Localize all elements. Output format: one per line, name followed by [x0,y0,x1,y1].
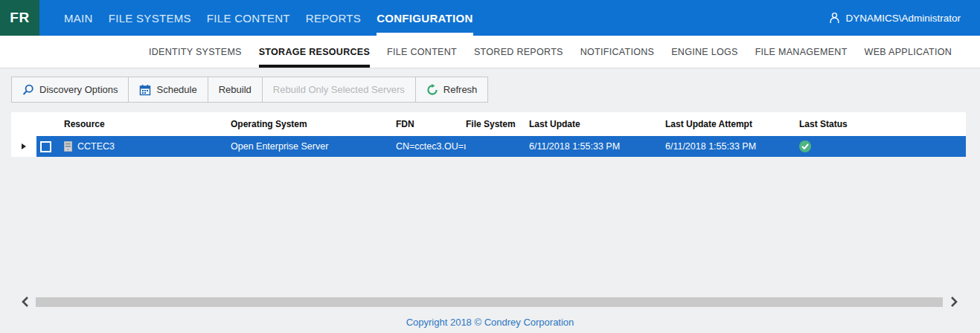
configuration-subnav: IDENTITY SYSTEMS STORAGE RESOURCES FILE … [0,36,980,68]
row-selected-area[interactable]: CCTEC3 Open Enterprise Server CN=cctec3.… [36,136,966,157]
subnav-stored-reports[interactable]: STORED REPORTS [474,36,563,68]
row-last-update-attempt-cell: 6/11/2018 1:55:33 PM [665,141,799,152]
app-window: FR MAIN FILE SYSTEMS FILE CONTENT REPORT… [0,0,980,333]
app-logo: FR [0,0,39,36]
table-row[interactable]: CCTEC3 Open Enterprise Server CN=cctec3.… [11,136,966,157]
row-expand-cell[interactable] [11,136,36,157]
scroll-right-arrow[interactable] [948,296,960,308]
horizontal-scrollbar[interactable] [36,297,943,307]
rebuild-only-selected-servers-button[interactable]: Rebuild Only Selected Servers [263,77,416,102]
subnav-file-content[interactable]: FILE CONTENT [387,36,457,68]
row-resource-cell: CCTEC3 [64,141,231,152]
top-nav: MAIN FILE SYSTEMS FILE CONTENT REPORTS C… [64,0,473,36]
discovery-options-button[interactable]: Discovery Options [12,77,129,102]
refresh-label: Refresh [443,84,478,95]
row-operating-system-cell: Open Enterprise Server [231,141,396,152]
topnav-file-systems[interactable]: FILE SYSTEMS [109,0,191,36]
column-header-last-update-attempt[interactable]: Last Update Attempt [665,119,799,129]
search-icon [22,84,34,96]
schedule-button[interactable]: Schedule [129,77,208,102]
column-header-resource[interactable]: Resource [64,119,231,129]
copyright-text: Copyright 2018 © Condrey Corporation [0,317,980,328]
topnav-configuration[interactable]: CONFIGURATION [377,0,473,36]
topnav-main[interactable]: MAIN [64,0,93,36]
toolbar: Discovery Options Sch [11,77,488,103]
refresh-button[interactable]: Refresh [416,77,488,102]
header-expand-column [11,112,36,136]
subnav-identity-systems[interactable]: IDENTITY SYSTEMS [149,36,242,68]
calendar-icon [139,84,151,96]
user-icon [829,12,840,24]
rebuild-only-selected-servers-label: Rebuild Only Selected Servers [273,84,405,95]
rebuild-button[interactable]: Rebuild [208,77,263,102]
subnav-engine-logs[interactable]: ENGINE LOGS [671,36,737,68]
resource-name: CCTEC3 [77,141,115,152]
table-header-row: Resource Operating System FDN File Syste… [11,112,966,136]
subnav-file-management[interactable]: FILE MANAGEMENT [755,36,848,68]
subnav-storage-resources[interactable]: STORAGE RESOURCES [259,36,370,68]
column-header-last-status[interactable]: Last Status [799,119,966,129]
discovery-options-label: Discovery Options [39,84,118,95]
row-fdn-cell: CN=cctec3.OU=ı [396,141,466,152]
column-header-file-system[interactable]: File System [466,119,529,129]
subnav-web-application[interactable]: WEB APPLICATION [865,36,952,68]
row-last-status-cell [799,140,966,152]
refresh-icon [426,84,438,96]
storage-resources-table: Resource Operating System FDN File Syste… [11,112,966,157]
column-header-operating-system[interactable]: Operating System [231,119,396,129]
schedule-label: Schedule [156,84,196,95]
row-checkbox[interactable] [40,141,51,152]
column-header-last-update[interactable]: Last Update [529,119,665,129]
expand-arrow-icon [22,143,26,149]
column-header-fdn[interactable]: FDN [396,119,466,129]
user-name: DYNAMICS\Administrator [845,13,961,24]
rebuild-label: Rebuild [219,84,252,95]
scroll-left-arrow[interactable] [19,296,31,308]
topnav-file-content[interactable]: FILE CONTENT [207,0,290,36]
topnav-reports[interactable]: REPORTS [306,0,361,36]
user-menu[interactable]: DYNAMICS\Administrator [829,0,961,36]
row-last-update-cell: 6/11/2018 1:55:33 PM [529,141,665,152]
subnav-notifications[interactable]: NOTIFICATIONS [580,36,655,68]
main-content: Discovery Options Sch [0,68,980,333]
top-bar: FR MAIN FILE SYSTEMS FILE CONTENT REPORT… [0,0,980,36]
server-icon [64,141,72,152]
row-checkbox-cell [36,141,64,152]
status-ok-icon [799,140,811,152]
